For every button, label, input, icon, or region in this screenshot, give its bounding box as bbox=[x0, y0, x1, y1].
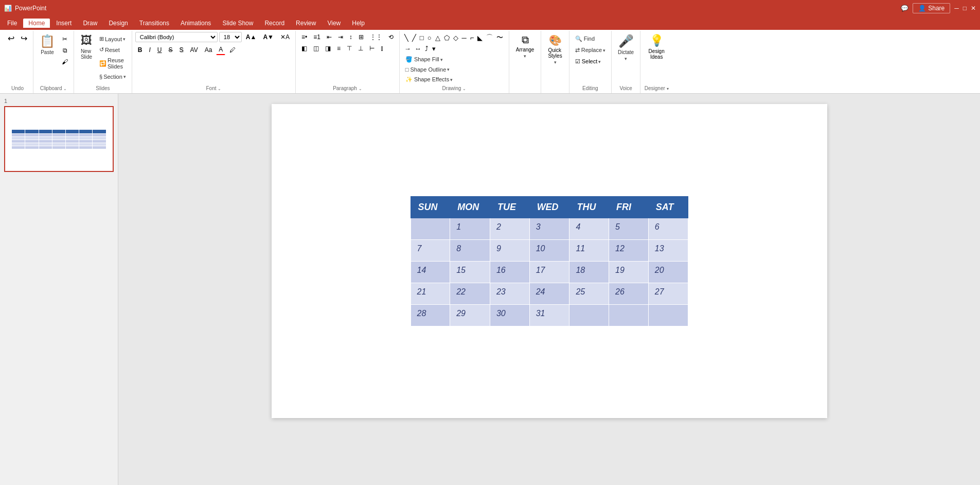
menu-home[interactable]: Home bbox=[23, 19, 50, 28]
highlight-button[interactable]: 🖊 bbox=[227, 45, 238, 55]
menu-design[interactable]: Design bbox=[103, 19, 133, 28]
increase-indent-button[interactable]: ⇥ bbox=[335, 32, 346, 42]
menu-insert[interactable]: Insert bbox=[51, 19, 77, 28]
font-size-select[interactable]: 18 bbox=[219, 32, 242, 42]
table-cell: 30 bbox=[490, 304, 529, 326]
calendar-header-sat: SAT bbox=[648, 196, 688, 218]
table-cell: 17 bbox=[529, 261, 569, 283]
calendar-header-thu: THU bbox=[569, 196, 609, 218]
curved-arrow-button[interactable]: ⤴ bbox=[423, 44, 430, 54]
align-top-button[interactable]: ⊤ bbox=[344, 43, 354, 54]
line3-shape-button[interactable]: ─ bbox=[460, 32, 468, 43]
line-shape-button[interactable]: ╲ bbox=[403, 32, 410, 43]
layout-button[interactable]: ⊞Layout▾ bbox=[97, 34, 129, 44]
maximize-icon[interactable]: □ bbox=[963, 5, 967, 12]
freeform-shape-button[interactable]: ⌒ bbox=[485, 32, 494, 43]
menu-review[interactable]: Review bbox=[291, 19, 321, 28]
justify-button[interactable]: ≡ bbox=[334, 43, 343, 54]
pentagon-shape-button[interactable]: ⬠ bbox=[442, 32, 451, 43]
app-name: PowerPoint bbox=[15, 5, 46, 12]
dictate-button[interactable]: 🎤 Dictate ▾ bbox=[615, 32, 637, 63]
section-button[interactable]: §Section▾ bbox=[97, 72, 129, 81]
change-caps-button[interactable]: Aa bbox=[202, 45, 215, 55]
reuse-slides-button[interactable]: 🔁ReuseSlides bbox=[97, 56, 129, 71]
reset-button[interactable]: ↺Reset bbox=[97, 45, 129, 55]
shape-fill-button[interactable]: 🪣 Shape Fill ▾ bbox=[403, 55, 455, 64]
format-painter-button[interactable]: 🖌 bbox=[59, 57, 70, 67]
paste-icon: 📋 bbox=[40, 34, 55, 48]
copy-button[interactable]: ⧉ bbox=[59, 45, 70, 56]
char-spacing-button[interactable]: AV bbox=[188, 45, 201, 55]
menu-help[interactable]: Help bbox=[347, 19, 370, 28]
arrange-button[interactable]: ⧉ Arrange ▾ bbox=[512, 32, 538, 61]
design-ideas-button[interactable]: 💡 DesignIdeas bbox=[644, 32, 669, 62]
rect-shape-button[interactable]: □ bbox=[418, 32, 425, 43]
menu-draw[interactable]: Draw bbox=[78, 19, 102, 28]
align-middle-button[interactable]: ⊥ bbox=[355, 43, 366, 54]
increase-font-size-button[interactable]: A▲ bbox=[243, 32, 259, 42]
line-spacing-button[interactable]: ↕ bbox=[347, 32, 355, 42]
app-icon: 📊 bbox=[4, 5, 12, 12]
diamond-shape-button[interactable]: ◇ bbox=[452, 32, 460, 43]
font-name-select[interactable]: Calibri (Body) bbox=[135, 32, 218, 42]
numbering-button[interactable]: ≡1 bbox=[311, 32, 323, 42]
close-icon[interactable]: ✕ bbox=[971, 5, 976, 12]
triangle-shape-button[interactable]: △ bbox=[434, 32, 442, 43]
title-bar: 📊 PowerPoint 💬 👤 Share ─ □ ✕ bbox=[0, 0, 980, 16]
share-icon: 👤 bbox=[918, 5, 926, 12]
menu-slideshow[interactable]: Slide Show bbox=[217, 19, 258, 28]
line2-shape-button[interactable]: ╱ bbox=[411, 32, 418, 43]
share-button[interactable]: 👤 Share bbox=[913, 3, 950, 13]
menu-record[interactable]: Record bbox=[259, 19, 290, 28]
shape-outline-button[interactable]: □ Shape Outline ▾ bbox=[403, 65, 455, 74]
menu-transitions[interactable]: Transitions bbox=[134, 19, 174, 28]
menu-view[interactable]: View bbox=[322, 19, 346, 28]
quick-styles-button[interactable]: 🎨 QuickStyles ▾ bbox=[544, 32, 565, 67]
double-arrow-button[interactable]: ↔ bbox=[413, 44, 423, 54]
curve-shape-button[interactable]: ◣ bbox=[476, 32, 484, 43]
paste-button[interactable]: 📋 Paste bbox=[37, 32, 58, 57]
slide-canvas[interactable]: SUN MON TUE WED THU FRI SAT 1 2 bbox=[272, 104, 827, 418]
underline-button[interactable]: U bbox=[155, 45, 165, 55]
table-cell: 21 bbox=[411, 283, 450, 304]
slide-thumbnail-wrapper[interactable] bbox=[4, 106, 114, 172]
shadow-button[interactable]: S bbox=[177, 45, 186, 55]
scribble-shape-button[interactable]: 〜 bbox=[495, 32, 505, 43]
align-left-button[interactable]: ◧ bbox=[299, 43, 310, 54]
decrease-indent-button[interactable]: ⇤ bbox=[324, 32, 334, 42]
connector-shape-button[interactable]: ⌐ bbox=[469, 32, 476, 43]
arrow-shape-button[interactable]: → bbox=[403, 44, 413, 54]
cut-button[interactable]: ✂ bbox=[59, 34, 70, 44]
chat-icon[interactable]: 💬 bbox=[901, 5, 908, 12]
redo-button[interactable]: ↪ bbox=[18, 32, 30, 45]
select-button[interactable]: ☑ Select ▾ bbox=[573, 57, 604, 66]
table-cell: 31 bbox=[529, 304, 569, 326]
italic-button[interactable]: I bbox=[147, 45, 153, 55]
menu-file[interactable]: File bbox=[2, 19, 22, 28]
align-center-button[interactable]: ◫ bbox=[311, 43, 322, 54]
shape-effects-button[interactable]: ✨ Shape Effects ▾ bbox=[403, 75, 455, 84]
voice-group-label: Voice bbox=[615, 84, 637, 92]
convert-smartart-button[interactable]: ⊞ bbox=[356, 32, 366, 42]
table-cell: 14 bbox=[411, 261, 450, 283]
replace-button[interactable]: ⇄ Replace ▾ bbox=[573, 45, 608, 55]
text-dir-button[interactable]: ⟲ bbox=[386, 32, 396, 42]
columns-button[interactable]: ⋮⋮ bbox=[367, 32, 385, 42]
menu-animations[interactable]: Animations bbox=[175, 19, 216, 28]
bold-button[interactable]: B bbox=[135, 45, 145, 55]
new-slide-button[interactable]: 🖼 NewSlide bbox=[77, 32, 96, 62]
clear-formatting-button[interactable]: ✕A bbox=[278, 32, 292, 42]
bullets-button[interactable]: ≡• bbox=[299, 32, 310, 42]
find-button[interactable]: 🔍 Find bbox=[573, 34, 597, 44]
align-right-button[interactable]: ◨ bbox=[323, 43, 333, 54]
decrease-font-size-button[interactable]: A▼ bbox=[260, 32, 276, 42]
columns2-button[interactable]: ⫿ bbox=[378, 43, 386, 54]
align-bottom-button[interactable]: ⊢ bbox=[367, 43, 377, 54]
undo-button[interactable]: ↩ bbox=[5, 32, 17, 45]
main-slide-area[interactable]: SUN MON TUE WED THU FRI SAT 1 2 bbox=[118, 94, 980, 485]
minimize-icon[interactable]: ─ bbox=[954, 5, 959, 12]
oval-shape-button[interactable]: ○ bbox=[426, 32, 433, 43]
strikethrough-button[interactable]: S bbox=[166, 45, 175, 55]
font-color-button[interactable]: A bbox=[216, 44, 225, 55]
more-shapes-button[interactable]: ▾ bbox=[431, 44, 437, 54]
